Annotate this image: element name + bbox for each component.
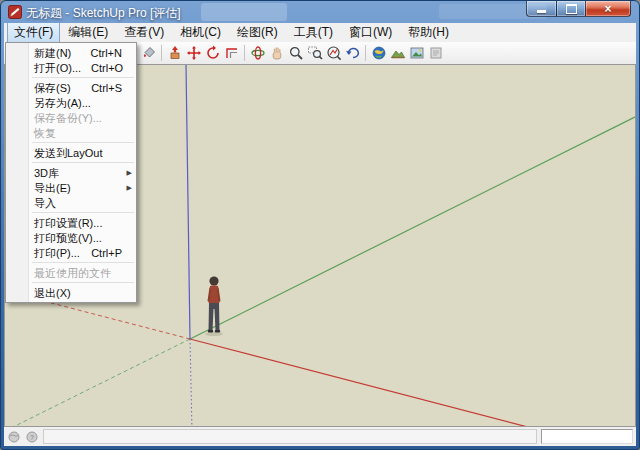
photo-icon bbox=[409, 45, 425, 61]
green-axis-negative bbox=[5, 339, 190, 427]
menu-item-save[interactable]: 保存(S) Ctrl+S bbox=[6, 80, 136, 95]
red-axis bbox=[190, 339, 636, 427]
push-pull-icon bbox=[167, 45, 183, 61]
menu-item-export[interactable]: 导出(E) bbox=[6, 180, 136, 195]
menu-item-3d-warehouse[interactable]: 3D库 bbox=[6, 165, 136, 180]
toggle-terrain-tool[interactable] bbox=[388, 43, 407, 63]
previous-view-icon bbox=[345, 45, 361, 61]
menu-item-save-as[interactable]: 另存为(A)... bbox=[6, 95, 136, 110]
move-tool[interactable] bbox=[184, 43, 203, 63]
menu-separator bbox=[32, 142, 134, 143]
menu-item-recent-files: 最近使用的文件 bbox=[6, 265, 136, 280]
svg-text:?: ? bbox=[30, 433, 34, 440]
window-controls: × bbox=[527, 1, 631, 17]
menu-item-print[interactable]: 打印(P)... Ctrl+P bbox=[6, 245, 136, 260]
toolbar-separator bbox=[244, 45, 245, 61]
model-info-tool[interactable] bbox=[426, 43, 445, 63]
orbit-tool[interactable] bbox=[248, 43, 267, 63]
photo-textures-tool[interactable] bbox=[407, 43, 426, 63]
measurement-input[interactable] bbox=[541, 429, 633, 444]
maximize-button[interactable] bbox=[556, 1, 586, 17]
sketchup-window: 无标题 - SketchUp Pro [评估] × 文件(F) 编辑(E) 查看… bbox=[0, 0, 640, 450]
window-title: 无标题 - SketchUp Pro [评估] bbox=[26, 5, 181, 22]
file-menu-dropdown: 新建(N) Ctrl+N 打开(O)... Ctrl+O 保存(S) Ctrl+… bbox=[5, 42, 137, 303]
orbit-icon bbox=[250, 45, 266, 61]
zoom-extents-tool[interactable] bbox=[324, 43, 343, 63]
blue-axis bbox=[186, 65, 190, 339]
titlebar[interactable]: 无标题 - SketchUp Pro [评估] × bbox=[1, 1, 639, 23]
menu-item-new[interactable]: 新建(N) Ctrl+N bbox=[6, 45, 136, 60]
previous-view-tool[interactable] bbox=[343, 43, 362, 63]
menu-separator bbox=[32, 282, 134, 283]
minimize-button[interactable] bbox=[526, 1, 557, 17]
menu-separator bbox=[32, 212, 134, 213]
menu-item-open[interactable]: 打开(O)... Ctrl+O bbox=[6, 60, 136, 75]
paint-bucket-icon bbox=[141, 45, 157, 61]
maximize-icon bbox=[566, 4, 577, 14]
menu-item-print-setup[interactable]: 打印设置(R)... bbox=[6, 215, 136, 230]
pan-tool[interactable] bbox=[267, 43, 286, 63]
sketchup-app-icon bbox=[8, 5, 22, 19]
window-content: 文件(F) 编辑(E) 查看(V) 相机(C) 绘图(R) 工具(T) 窗口(W… bbox=[4, 23, 636, 446]
menubar: 文件(F) 编辑(E) 查看(V) 相机(C) 绘图(R) 工具(T) 窗口(W… bbox=[4, 23, 636, 42]
status-message bbox=[43, 429, 537, 444]
zoom-icon bbox=[288, 45, 304, 61]
move-icon bbox=[186, 45, 202, 61]
zoom-window-tool[interactable] bbox=[305, 43, 324, 63]
offset-icon bbox=[224, 45, 240, 61]
toolbar-separator bbox=[365, 45, 366, 61]
pan-hand-icon bbox=[269, 45, 285, 61]
help-icon[interactable]: ? bbox=[25, 430, 39, 444]
menu-separator bbox=[32, 77, 134, 78]
zoom-window-icon bbox=[307, 45, 323, 61]
menu-item-import[interactable]: 导入 bbox=[6, 195, 136, 210]
earth-icon bbox=[371, 45, 387, 61]
model-info-icon bbox=[428, 45, 444, 61]
rotate-tool[interactable] bbox=[203, 43, 222, 63]
offset-tool[interactable] bbox=[222, 43, 241, 63]
menu-item-print-preview[interactable]: 打印预览(V)... bbox=[6, 230, 136, 245]
rotate-icon bbox=[205, 45, 221, 61]
titlebar-glass-highlight bbox=[201, 3, 287, 21]
minimize-icon bbox=[537, 10, 546, 13]
menu-separator bbox=[32, 262, 134, 263]
push-pull-tool[interactable] bbox=[165, 43, 184, 63]
menu-item-revert: 恢复 bbox=[6, 125, 136, 140]
menu-item-exit[interactable]: 退出(X) bbox=[6, 285, 136, 300]
green-axis bbox=[190, 115, 636, 339]
menu-file[interactable]: 文件(F) bbox=[7, 23, 60, 44]
paint-bucket-tool[interactable] bbox=[139, 43, 158, 63]
add-location-tool[interactable] bbox=[369, 43, 388, 63]
close-button[interactable]: × bbox=[585, 1, 631, 17]
toolbar-separator bbox=[161, 45, 162, 61]
blue-axis-negative bbox=[190, 339, 192, 427]
zoom-extents-icon bbox=[326, 45, 342, 61]
menu-item-send-to-layout[interactable]: 发送到LayOut bbox=[6, 145, 136, 160]
zoom-tool[interactable] bbox=[286, 43, 305, 63]
close-icon: × bbox=[604, 3, 611, 15]
menu-item-save-backup: 保存备份(Y)... bbox=[6, 110, 136, 125]
menu-separator bbox=[32, 162, 134, 163]
terrain-icon bbox=[390, 45, 406, 61]
statusbar: ? bbox=[4, 427, 636, 446]
geolocation-icon[interactable] bbox=[7, 430, 21, 444]
